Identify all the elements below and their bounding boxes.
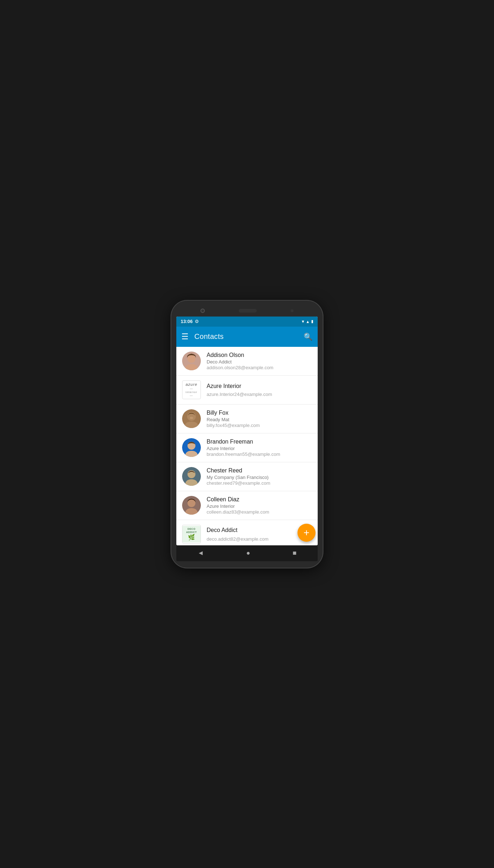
contact-info: Brandon Freeman Azure Interior brandon.f… <box>207 439 312 457</box>
deco-addict-logo: DECO ADDICT 🌿 <box>182 526 200 543</box>
contact-item[interactable]: Chester Reed My Company (San Francisco) … <box>176 462 318 491</box>
contact-item[interactable]: Colleen Diaz Azure Interior colleen.diaz… <box>176 491 318 520</box>
contact-item[interactable]: azure — interior — Azure Interior azure.… <box>176 376 318 405</box>
avatar <box>182 352 201 370</box>
contacts-list: Addison Olson Deco Addict addison.olson2… <box>176 347 318 545</box>
contact-company: Ready Mat <box>207 417 312 422</box>
contact-company: Deco Addict <box>207 359 312 365</box>
contact-name: Brandon Freeman <box>207 439 312 445</box>
speaker-grille <box>239 309 257 313</box>
contact-item[interactable]: DECO ADDICT 🌿 Deco Addict deco.addict82@… <box>176 520 318 545</box>
status-right: ▾ ▲ ▮ <box>302 319 313 324</box>
contact-name: Billy Fox <box>207 410 312 416</box>
status-time: 13:06 <box>181 319 193 324</box>
home-button[interactable]: ● <box>246 549 250 557</box>
contact-item[interactable]: Addison Olson Deco Addict addison.olson2… <box>176 347 318 376</box>
contact-email: brandon.freeman55@example.com <box>207 452 312 457</box>
contact-email: addison.olson28@example.com <box>207 365 312 370</box>
phone-device: 13:06 ⚙ ▾ ▲ ▮ ☰ Contacts 🔍 <box>171 301 323 568</box>
svg-point-1 <box>188 355 195 363</box>
contact-name: Azure Interior <box>207 383 312 389</box>
contact-info: Billy Fox Ready Mat billy.fox45@example.… <box>207 410 312 428</box>
brandon-freeman-avatar-svg <box>182 438 201 457</box>
status-left: 13:06 ⚙ <box>181 319 199 324</box>
fab-add-contact[interactable]: + <box>297 524 316 542</box>
billy-fox-avatar-svg <box>182 409 201 428</box>
navigation-bar: ◄ ● ■ <box>176 545 318 561</box>
app-title: Contacts <box>194 332 298 341</box>
contact-email: deco.addict82@example.com <box>207 536 312 542</box>
avatar <box>182 409 201 428</box>
contact-info: Colleen Diaz Azure Interior colleen.diaz… <box>207 496 312 515</box>
contact-email: chester.reed79@example.com <box>207 480 312 486</box>
contact-email: billy.fox45@example.com <box>207 423 312 428</box>
sensor <box>291 309 294 312</box>
contact-email: colleen.diaz83@example.com <box>207 509 312 515</box>
status-bar: 13:06 ⚙ ▾ ▲ ▮ <box>176 317 318 327</box>
svg-point-4 <box>190 417 193 419</box>
front-camera <box>200 309 205 313</box>
contact-email: azure.Interior24@example.com <box>207 392 312 397</box>
azure-logo: azure — interior — <box>182 381 200 399</box>
contact-company: My Company (San Francisco) <box>207 475 312 480</box>
battery-icon: ▮ <box>311 319 313 324</box>
chester-reed-avatar-svg <box>182 467 201 486</box>
contact-name: Addison Olson <box>207 352 312 358</box>
contact-name: Chester Reed <box>207 467 312 474</box>
contact-info: Azure Interior azure.Interior24@example.… <box>207 383 312 397</box>
avatar-logo: DECO ADDICT 🌿 <box>182 525 201 544</box>
avatar <box>182 438 201 457</box>
avatar <box>182 496 201 515</box>
contact-item[interactable]: Billy Fox Ready Mat billy.fox45@example.… <box>176 405 318 433</box>
contact-company: Azure Interior <box>207 503 312 509</box>
back-button[interactable]: ◄ <box>198 549 204 557</box>
avatar-logo: azure — interior — <box>182 380 201 399</box>
app-toolbar: ☰ Contacts 🔍 <box>176 327 318 347</box>
avatar <box>182 467 201 486</box>
contact-info: Deco Addict deco.addict82@example.com <box>207 527 312 542</box>
colleen-diaz-avatar-svg <box>182 496 201 515</box>
contact-info: Addison Olson Deco Addict addison.olson2… <box>207 352 312 370</box>
contact-item[interactable]: Brandon Freeman Azure Interior brandon.f… <box>176 433 318 462</box>
addison-olson-avatar-svg <box>182 352 201 370</box>
contact-info: Chester Reed My Company (San Francisco) … <box>207 467 312 486</box>
search-icon[interactable]: 🔍 <box>304 332 313 341</box>
phone-screen: 13:06 ⚙ ▾ ▲ ▮ ☰ Contacts 🔍 <box>176 317 318 545</box>
wifi-icon: ▾ <box>302 319 304 324</box>
settings-icon: ⚙ <box>195 319 199 324</box>
contact-company: Azure Interior <box>207 446 312 451</box>
menu-icon[interactable]: ☰ <box>181 333 189 341</box>
recent-button[interactable]: ■ <box>292 549 296 557</box>
contact-name: Colleen Diaz <box>207 496 312 503</box>
contact-name: Deco Addict <box>207 527 312 533</box>
signal-icon: ▲ <box>306 319 310 324</box>
phone-top-hardware <box>176 307 318 317</box>
